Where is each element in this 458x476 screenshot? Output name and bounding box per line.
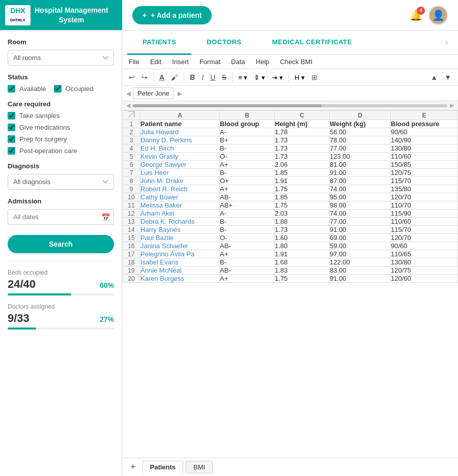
blood-group-cell[interactable]: AB- <box>220 266 275 275</box>
weight-cell[interactable]: 122.00 <box>330 258 391 266</box>
weight-cell[interactable]: 83.00 <box>330 266 391 275</box>
user-avatar[interactable]: 👤 <box>428 6 448 25</box>
diagnosis-select[interactable]: All diagnosis <box>8 174 114 190</box>
weight-cell[interactable]: 74.00 <box>330 185 391 193</box>
bp-cell[interactable]: 120/75 <box>391 169 458 177</box>
blood-group-cell[interactable]: A+ <box>220 250 275 258</box>
tab-arrow[interactable]: › <box>440 31 453 54</box>
patient-name-cell[interactable]: Ed H. Birch <box>140 144 220 153</box>
merge-cells-button[interactable]: ⊞ <box>309 72 320 83</box>
search-button[interactable]: Search <box>8 235 114 253</box>
weight-cell[interactable]: 91.00 <box>330 226 391 234</box>
col-label-b[interactable]: Blood group <box>220 120 275 128</box>
weight-cell[interactable]: 91.00 <box>330 169 391 177</box>
scroll-up-btn[interactable]: ▲ <box>428 72 440 83</box>
tab-doctors[interactable]: DOCTORS <box>191 31 256 55</box>
sheet-tab-patients[interactable]: Patients <box>142 461 184 473</box>
col-header-c[interactable]: C <box>275 111 330 120</box>
col-header-d[interactable]: D <box>330 111 391 120</box>
height-cell[interactable]: 1.75 <box>275 185 330 193</box>
patient-name-cell[interactable]: Arham Akel <box>140 210 220 218</box>
blood-group-cell[interactable]: O- <box>220 234 275 242</box>
bp-cell[interactable]: 120/70 <box>391 193 458 201</box>
height-cell[interactable]: 1.80 <box>275 242 330 250</box>
font-size-dropdown[interactable]: H ▾ <box>292 73 307 82</box>
weight-cell[interactable]: 81.00 <box>330 161 391 169</box>
blood-group-cell[interactable]: B+ <box>220 136 275 144</box>
blood-group-cell[interactable]: B- <box>220 258 275 266</box>
bp-cell[interactable]: 120/60 <box>391 275 458 283</box>
col-label-e[interactable]: Blood pressure <box>391 120 458 128</box>
height-cell[interactable]: 1.91 <box>275 177 330 185</box>
room-select[interactable]: All rooms <box>8 50 114 66</box>
bp-cell[interactable]: 90/60 <box>391 128 458 136</box>
patient-name-cell[interactable]: Isabel Evans <box>140 258 220 266</box>
col-header-e[interactable]: E <box>391 111 458 120</box>
height-cell[interactable]: 1.83 <box>275 266 330 275</box>
weight-cell[interactable]: 87.00 <box>330 177 391 185</box>
height-cell[interactable]: 2.03 <box>275 210 330 218</box>
weight-cell[interactable]: 59.00 <box>330 242 391 250</box>
col-header-a[interactable]: A <box>140 111 220 120</box>
scroll-left-btn[interactable]: ◀ <box>126 90 131 97</box>
bp-cell[interactable]: 115/70 <box>391 226 458 234</box>
col-label-c[interactable]: Height (m) <box>275 120 330 128</box>
bp-cell[interactable]: 90/60 <box>391 242 458 250</box>
weight-cell[interactable]: 95.00 <box>330 193 391 201</box>
undo-button[interactable]: ↩ <box>126 72 137 83</box>
tab-medical-certificate[interactable]: MEDICAL CERTIFICATE <box>257 31 367 55</box>
menu-data[interactable]: Data <box>230 57 246 67</box>
height-cell[interactable]: 1.88 <box>275 218 330 226</box>
blood-group-cell[interactable]: A- <box>220 128 275 136</box>
wrap-dropdown[interactable]: ⇥ ▾ <box>269 73 285 82</box>
weight-cell[interactable]: 98.00 <box>330 201 391 210</box>
height-cell[interactable]: 1.68 <box>275 258 330 266</box>
patient-name-cell[interactable]: Robert R. Reich <box>140 185 220 193</box>
col-scroll-left[interactable]: ◀ <box>126 102 130 109</box>
scroll-right-btn[interactable]: ▶ <box>178 90 182 97</box>
blood-group-cell[interactable]: B- <box>220 169 275 177</box>
align-dropdown[interactable]: ≡ ▾ <box>236 73 250 82</box>
height-cell[interactable]: 1.78 <box>275 128 330 136</box>
blood-group-cell[interactable]: O- <box>220 153 275 161</box>
blood-group-cell[interactable]: A- <box>220 210 275 218</box>
patient-name-cell[interactable]: Julia Howard <box>140 128 220 136</box>
bp-cell[interactable]: 130/80 <box>391 144 458 153</box>
patient-name-cell[interactable]: Kevin Grasty <box>140 153 220 161</box>
sheet-tab-bmi[interactable]: BMI <box>186 461 213 473</box>
add-sheet-button[interactable]: + <box>126 461 140 473</box>
bp-cell[interactable]: 115/70 <box>391 177 458 185</box>
bp-cell[interactable]: 110/65 <box>391 250 458 258</box>
col-scroll-right[interactable]: ▶ <box>450 102 454 109</box>
blood-group-cell[interactable]: AB- <box>220 242 275 250</box>
patient-name-cell[interactable]: Cathy Bower <box>140 193 220 201</box>
blood-group-cell[interactable]: B- <box>220 218 275 226</box>
corner-cell[interactable] <box>123 111 140 120</box>
weight-cell[interactable]: 91.00 <box>330 275 391 283</box>
patient-name-cell[interactable]: George Sawyer <box>140 161 220 169</box>
highlight-button[interactable]: 🖌 <box>168 72 181 83</box>
height-cell[interactable]: 1.75 <box>275 201 330 210</box>
height-cell[interactable]: 1.75 <box>275 275 330 283</box>
patient-name-cell[interactable]: John M. Drake <box>140 177 220 185</box>
weight-cell[interactable]: 78.00 <box>330 136 391 144</box>
cell-name-input[interactable] <box>133 87 174 99</box>
menu-edit[interactable]: Edit <box>149 57 163 67</box>
height-cell[interactable]: 1.91 <box>275 250 330 258</box>
redo-button[interactable]: ↪ <box>139 72 150 83</box>
patient-name-cell[interactable]: Harry Baynes <box>140 226 220 234</box>
height-cell[interactable]: 1.73 <box>275 226 330 234</box>
blood-group-cell[interactable]: AB- <box>220 193 275 201</box>
blood-group-cell[interactable]: A+ <box>220 161 275 169</box>
height-cell[interactable]: 1.73 <box>275 136 330 144</box>
weight-cell[interactable]: 97.00 <box>330 250 391 258</box>
menu-check-bmi[interactable]: Check BMI <box>278 57 314 67</box>
weight-cell[interactable]: 77.00 <box>330 218 391 226</box>
bp-cell[interactable]: 150/85 <box>391 161 458 169</box>
menu-help[interactable]: Help <box>254 57 271 67</box>
care-checkbox-0[interactable] <box>8 112 15 120</box>
bold-button[interactable]: B <box>187 72 197 83</box>
add-patient-button[interactable]: + + Add a patient <box>132 6 212 24</box>
weight-cell[interactable]: 74.00 <box>330 210 391 218</box>
height-cell[interactable]: 2.06 <box>275 161 330 169</box>
